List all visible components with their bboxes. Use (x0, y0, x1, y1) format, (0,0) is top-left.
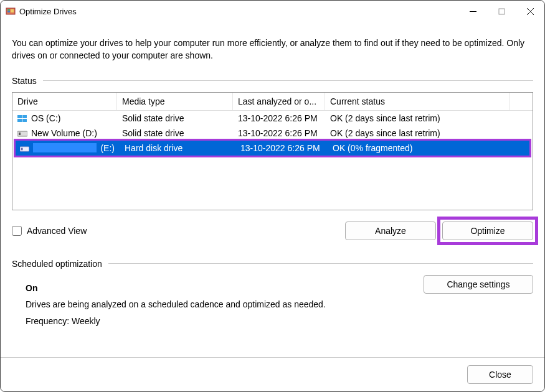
close-window-button[interactable] (516, 1, 544, 22)
col-current-status[interactable]: Current status (325, 93, 510, 110)
advanced-view-checkbox[interactable] (12, 226, 22, 236)
intro-text: You can optimize your drives to help you… (12, 37, 533, 62)
svg-rect-15 (21, 147, 23, 150)
current-status: OK (2 days since last retrim) (325, 128, 533, 138)
divider-line (43, 80, 533, 81)
analyze-button[interactable]: Analyze (345, 222, 436, 240)
hdd-drive-icon (17, 129, 27, 137)
hdd-drive-icon (20, 144, 29, 152)
change-settings-button[interactable]: Change settings (424, 275, 533, 294)
window-controls (458, 1, 544, 22)
svg-rect-13 (19, 133, 21, 135)
optimize-drives-window: Optimize Drives You can optimize your dr… (0, 0, 545, 392)
scheduled-status: On (26, 280, 326, 297)
grid-header: Drive Media type Last analyzed or o... C… (12, 93, 533, 111)
media-type: Solid state drive (117, 128, 233, 138)
svg-rect-2 (7, 11, 10, 12)
svg-rect-3 (11, 9, 14, 12)
maximize-button[interactable] (487, 1, 516, 22)
scheduled-frequency: Frequency: Weekly (26, 313, 326, 330)
content-area: You can optimize your drives to help you… (1, 22, 544, 357)
col-media-type[interactable]: Media type (117, 93, 233, 110)
advanced-view-row: Advanced View Analyze Optimize (12, 222, 533, 240)
drive-name-redacted (33, 143, 97, 152)
drives-grid[interactable]: Drive Media type Last analyzed or o... C… (12, 92, 533, 210)
titlebar: Optimize Drives (1, 1, 544, 22)
window-title: Optimize Drives (19, 7, 77, 16)
scheduled-label-text: Scheduled optimization (12, 259, 102, 269)
divider-line (108, 263, 533, 264)
current-status: OK (0% fragmented) (328, 143, 530, 153)
col-spacer (510, 93, 533, 110)
optimize-button[interactable]: Optimize (442, 222, 533, 240)
last-analyzed: 13-10-2022 6:26 PM (235, 143, 328, 153)
last-analyzed: 13-10-2022 6:26 PM (233, 113, 325, 123)
optimize-highlight: Optimize (442, 222, 533, 240)
col-last-analyzed[interactable]: Last analyzed or o... (233, 93, 325, 110)
app-icon (6, 6, 16, 16)
drive-suffix: (E:) (100, 143, 115, 153)
minimize-button[interactable] (458, 1, 487, 22)
windows-drive-icon (17, 114, 27, 122)
advanced-view-label[interactable]: Advanced View (27, 226, 87, 236)
scheduled-description: Drives are being analyzed on a scheduled… (26, 296, 326, 313)
svg-rect-11 (22, 119, 27, 122)
status-label-text: Status (12, 76, 37, 86)
svg-rect-8 (17, 115, 22, 118)
drive-name: OS (C:) (31, 113, 60, 123)
scheduled-section-label: Scheduled optimization (12, 259, 533, 269)
status-section-label: Status (12, 76, 533, 86)
table-row-selected[interactable]: (E:) Hard disk drive 13-10-2022 6:26 PM … (12, 141, 533, 156)
media-type: Hard disk drive (120, 143, 235, 153)
table-row[interactable]: OS (C:) Solid state drive 13-10-2022 6:2… (12, 111, 533, 126)
svg-rect-9 (22, 115, 27, 118)
drive-name: New Volume (D:) (31, 128, 97, 138)
close-button[interactable]: Close (467, 365, 533, 384)
media-type: Solid state drive (117, 113, 233, 123)
svg-rect-10 (17, 119, 22, 122)
table-row[interactable]: New Volume (D:) Solid state drive 13-10-… (12, 126, 533, 141)
current-status: OK (2 days since last retrim) (325, 113, 533, 123)
svg-rect-1 (7, 9, 10, 11)
col-drive[interactable]: Drive (12, 93, 117, 110)
svg-rect-5 (499, 9, 505, 14)
dialog-footer: Close (1, 357, 544, 391)
last-analyzed: 13-10-2022 6:26 PM (233, 128, 325, 138)
